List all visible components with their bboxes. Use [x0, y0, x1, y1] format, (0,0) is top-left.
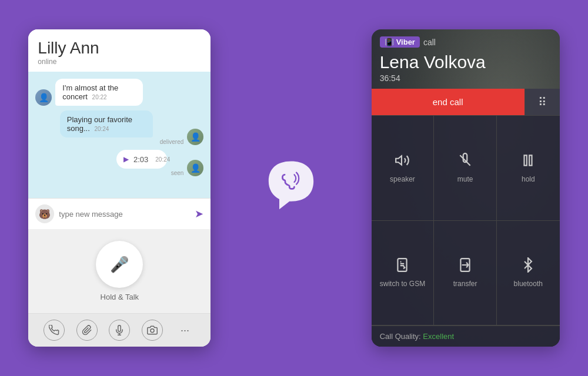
call-quality-value: Excellent: [423, 332, 454, 341]
voice-icon[interactable]: [109, 320, 130, 341]
hold-button[interactable]: hold: [497, 116, 560, 221]
switch-gsm-label: switch to GSM: [380, 280, 425, 288]
svg-marker-1: [396, 156, 402, 164]
mute-icon: [457, 153, 473, 172]
send-button[interactable]: ➤: [195, 207, 203, 220]
svg-line-2: [460, 155, 470, 165]
hold-icon: [520, 153, 536, 172]
call-quality-label: Call Quality:: [380, 332, 421, 341]
chat-header: Lilly Ann online: [28, 29, 211, 72]
right-phone: 📳 Viber call Lena Volkova 36:54 end call…: [372, 29, 560, 347]
bluetooth-button[interactable]: bluetooth: [497, 221, 560, 326]
camera-icon[interactable]: [142, 320, 163, 341]
message-row: ▶ 2:03 20:24 seen 👤: [35, 150, 203, 176]
contact-status: online: [38, 58, 201, 66]
avatar: 👤: [187, 129, 203, 145]
switch-gsm-icon: [395, 257, 410, 276]
call-top-bar: 📳 Viber call: [372, 29, 560, 52]
microphone-icon: 🎤: [110, 256, 129, 274]
emoji-button[interactable]: 🐻: [35, 204, 54, 223]
chat-area: 👤 I'm almost at the concert 20:22 Playin…: [28, 72, 211, 198]
call-quality: Call Quality: Excellent: [372, 325, 560, 347]
left-phone: Lilly Ann online 👤 I'm almost at the con…: [28, 29, 211, 347]
speaker-button[interactable]: speaker: [372, 116, 435, 221]
attachment-icon[interactable]: [76, 320, 98, 341]
transfer-label: transfer: [453, 280, 477, 288]
message-status: seen: [116, 170, 183, 176]
bottom-bar: ···: [28, 313, 211, 347]
transfer-button[interactable]: transfer: [434, 221, 497, 326]
avatar: 👤: [187, 160, 203, 176]
call-content: 📳 Viber call Lena Volkova 36:54 end call…: [372, 29, 560, 347]
more-icon[interactable]: ···: [175, 320, 196, 341]
hold-talk-label: Hold & Talk: [101, 293, 139, 301]
bluetooth-label: bluetooth: [514, 280, 543, 288]
viber-logo: [262, 159, 320, 217]
speaker-label: speaker: [390, 175, 415, 183]
viber-badge: 📳 Viber: [380, 36, 420, 48]
message-row: Playing our favorite song... 20:24 deliv…: [35, 110, 203, 145]
avatar: 👤: [35, 89, 52, 106]
svg-point-0: [151, 329, 154, 333]
call-controls: end call ⠿ speaker: [372, 89, 560, 347]
message-bubble: I'm almost at the concert 20:22: [55, 79, 142, 106]
keypad-button[interactable]: ⠿: [524, 89, 560, 115]
end-call-button[interactable]: end call: [372, 89, 524, 115]
message-input-area: 🐻 ➤: [28, 198, 211, 229]
contact-name: Lilly Ann: [38, 39, 201, 58]
control-grid: speaker mute: [372, 116, 560, 325]
end-call-row: end call ⠿: [372, 89, 560, 116]
hold-talk-area: 🎤 Hold & Talk: [28, 229, 211, 313]
message-bubble: Playing our favorite song... 20:24: [60, 110, 153, 137]
message-input[interactable]: [59, 210, 190, 219]
transfer-icon: [457, 257, 473, 276]
caller-name: Lena Volkova: [372, 52, 560, 72]
svg-rect-3: [524, 155, 527, 165]
voice-message[interactable]: ▶ 2:03 20:24: [116, 150, 167, 169]
play-icon[interactable]: ▶: [123, 153, 129, 165]
speaker-icon: [395, 153, 410, 172]
hold-label: hold: [522, 175, 535, 183]
viber-icon: 📳: [385, 38, 394, 46]
hold-talk-button[interactable]: 🎤: [96, 241, 143, 288]
message-status: delivered: [60, 139, 184, 145]
main-container: Lilly Ann online 👤 I'm almost at the con…: [0, 0, 588, 376]
call-timer: 36:54: [372, 72, 560, 89]
svg-rect-4: [529, 155, 532, 165]
mute-label: mute: [457, 175, 473, 183]
message-row: 👤 I'm almost at the concert 20:22: [35, 79, 203, 106]
switch-gsm-button[interactable]: switch to GSM: [372, 221, 435, 326]
call-icon[interactable]: [44, 320, 65, 341]
viber-logo-container: [244, 141, 338, 235]
bluetooth-icon: [520, 257, 536, 276]
call-type-label: call: [423, 38, 436, 47]
mute-button[interactable]: mute: [434, 116, 497, 221]
